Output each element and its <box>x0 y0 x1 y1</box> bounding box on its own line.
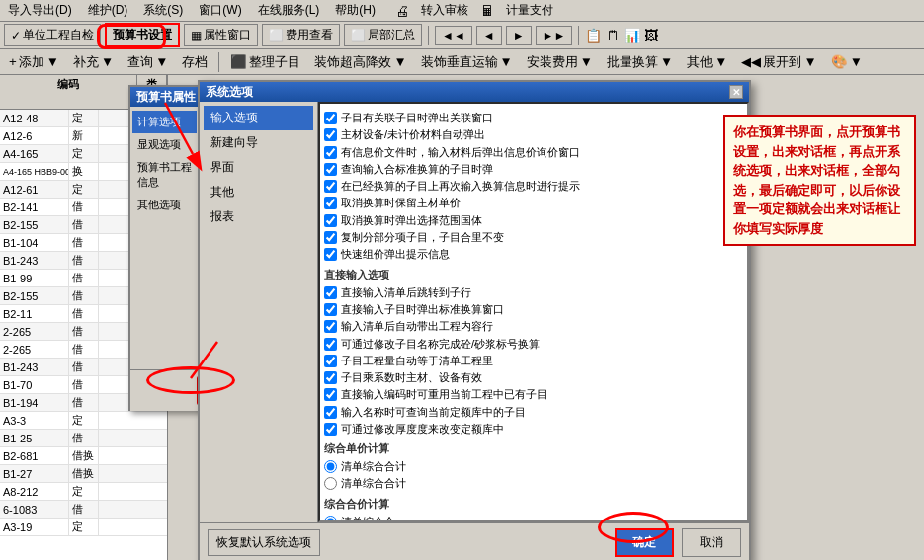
table-row[interactable]: B2-681借换 <box>0 447 167 465</box>
checkbox-item: 可通过修改子目名称完成砼/砂浆标号换算 <box>324 337 743 351</box>
checkbox-item: 主材设备/未计价材料自动弹出 <box>324 127 743 141</box>
menu-bar: 导入导出(D) 维护(D) 系统(S) 窗口(W) 在线服务(L) 帮助(H) … <box>0 0 924 22</box>
btn-batch-convert[interactable]: 批量换算 ▼ <box>602 51 678 73</box>
btn-nav-prev[interactable]: ◄ <box>476 26 502 45</box>
chk-cancel-conv-popup[interactable] <box>324 214 337 227</box>
budgetprop-left-item-info[interactable]: 预算书工程信息 <box>132 156 197 194</box>
menu-item-audit[interactable]: 转入审核 <box>417 1 472 20</box>
radio-unit-list-simple[interactable] <box>324 477 337 490</box>
budgetprop-left-item-display[interactable]: 显观选项 <box>132 133 197 156</box>
btn-propwindow[interactable]: ▦ 属性窗口 <box>184 24 258 46</box>
btn-add[interactable]: + 添加 ▼ <box>4 51 64 73</box>
sysopts-left-ui[interactable]: 界面 <box>204 155 313 180</box>
chk-subitem-equal-list[interactable] <box>324 355 337 367</box>
budgetprop-left-item-calc[interactable]: 计算选项 <box>132 111 197 133</box>
feeview-icon: ⬜ <box>269 29 284 42</box>
checkbox-item: 取消换算时保留主材单价 <box>324 196 743 209</box>
chk-reuse-subitem[interactable] <box>324 388 337 401</box>
chk-query-standard[interactable] <box>324 163 337 176</box>
radio-unit-list-comp[interactable] <box>324 460 337 473</box>
expand-icon: ◀◀ <box>741 54 761 69</box>
menu-item-window[interactable]: 窗口(W) <box>195 1 245 20</box>
chk-quick-price-tip[interactable] <box>324 248 337 261</box>
chk-query-db[interactable] <box>324 406 337 419</box>
menu-item-online[interactable]: 在线服务(L) <box>254 1 324 20</box>
btn-cancel[interactable]: 取消 <box>682 528 741 557</box>
btn-reset-sysopts[interactable]: 恢复默认系统选项 <box>208 529 320 556</box>
radio-total-1: 清单综合合 <box>324 515 743 522</box>
table-row[interactable]: A3-3定 <box>0 412 167 430</box>
btn-nav-next[interactable]: ► <box>506 26 532 45</box>
expand-dropdown-icon: ▼ <box>803 54 816 69</box>
chk-keep-main-price[interactable] <box>324 197 337 209</box>
checkbox-item: 有信息价文件时，输入材料后弹出信息价询价窗口 <box>324 145 743 159</box>
btn-selfcheck[interactable]: ✓ 单位工程自检 <box>4 24 101 46</box>
format-icon2: 🗒 <box>606 28 620 43</box>
checkbox-item: 可通过修改厚度度来改变定额库中 <box>324 422 743 436</box>
main-content: 编码 类别 A12-48定 A12-6新 A4-165定 A4-165 HBB9… <box>0 75 924 560</box>
btn-deco-highrise[interactable]: 装饰超高降效 ▼ <box>309 51 411 73</box>
btn-supplement[interactable]: 补充 ▼ <box>68 51 119 73</box>
btn-others[interactable]: 其他 ▼ <box>682 51 732 73</box>
chk-multiply-coeff[interactable] <box>324 371 337 384</box>
radio-total-list-1[interactable] <box>324 516 337 522</box>
checkbox-item: 复制分部分项子目，子目合里不变 <box>324 230 743 244</box>
chk-recalc-warn[interactable] <box>324 180 337 193</box>
table-row[interactable]: B1-25借 <box>0 430 167 447</box>
menu-item-payment[interactable]: 计量支付 <box>502 1 557 20</box>
checkbox-item: 输入名称时可查询当前定额库中的子目 <box>324 405 743 419</box>
checkbox-item: 直接输入编码时可重用当前工程中已有子目 <box>324 387 743 401</box>
chk-jump-subrow[interactable] <box>324 286 337 299</box>
btn-budgetsetting[interactable]: 预算书设置 <box>105 23 180 47</box>
toolbar2: + 添加 ▼ 补充 ▼ 查询 ▼ 存档 ⬛ 整理子目 装饰超高降效 ▼ 装饰垂直… <box>0 49 924 75</box>
chk-popup-standard-conv[interactable] <box>324 303 337 316</box>
annotation-box: 你在预算书界面，点开预算书设置，出来对话框，再点开系统选项，出来对话框，全部勾选… <box>723 115 916 246</box>
chk-related-subitem[interactable] <box>324 112 337 124</box>
btn-deco-vertical[interactable]: 装饰垂直运输 ▼ <box>416 51 518 73</box>
btn-nav-first[interactable]: ◄◄ <box>435 26 472 45</box>
prop-icon: ▦ <box>191 29 202 42</box>
btn-feeview[interactable]: ⬜ 费用查看 <box>262 24 340 46</box>
chk-main-material[interactable] <box>324 128 337 141</box>
sysopts-left: 输入选项 新建向导 界面 其他 报表 <box>200 102 318 522</box>
chk-copy-subitem[interactable] <box>324 231 337 244</box>
chk-modify-thickness[interactable] <box>324 423 337 436</box>
table-row[interactable]: A8-212定 <box>0 483 167 501</box>
menu-item-help[interactable]: 帮助(H) <box>331 1 379 20</box>
btn-query[interactable]: 查询 ▼ <box>123 51 173 73</box>
summary-icon: ⬜ <box>351 29 366 42</box>
table-row[interactable]: 6-1083借 <box>0 501 167 519</box>
table-row[interactable]: B1-27借换 <box>0 465 167 483</box>
budgetprop-left-item-other[interactable]: 其他选项 <box>132 194 197 216</box>
checkbox-item: 快速组价弹出提示信息 <box>324 247 743 261</box>
section-direct-input: 直接输入选项 <box>324 268 743 282</box>
selfcheck-icon: ✓ <box>11 29 21 42</box>
chk-modify-grade[interactable] <box>324 338 337 351</box>
checkbox-item: 子目工程量自动等于清单工程里 <box>324 354 743 367</box>
btn-localsummary[interactable]: ⬜ 局部汇总 <box>344 24 422 46</box>
sysopts-left-other[interactable]: 其他 <box>204 180 313 204</box>
btn-ok[interactable]: 确定 <box>615 528 674 557</box>
chk-price-info[interactable] <box>324 146 337 159</box>
btn-nav-last[interactable]: ►► <box>536 26 573 45</box>
color-dropdown-icon: ▼ <box>850 54 863 69</box>
sysopts-left-report[interactable]: 报表 <box>204 204 313 229</box>
dialog-sysopts-close[interactable]: ✕ <box>729 85 743 99</box>
sysopts-left-newguide[interactable]: 新建向导 <box>204 130 313 155</box>
format-icon3: 📊 <box>624 28 640 43</box>
btn-color[interactable]: 🎨 ▼ <box>826 52 868 71</box>
btn-arrange[interactable]: ⬛ 整理子目 <box>225 51 305 73</box>
menu-item-system[interactable]: 系统(S) <box>139 1 187 20</box>
menu-item-import[interactable]: 导入导出(D) <box>4 1 76 20</box>
chk-auto-content[interactable] <box>324 320 337 333</box>
btn-expand[interactable]: ◀◀ 展开到 ▼ <box>736 51 821 73</box>
arrange-icon: ⬛ <box>230 54 247 69</box>
btn-archive[interactable]: 存档 <box>177 51 212 73</box>
checkbox-item: 子目有关联子目时弹出关联窗口 <box>324 111 743 124</box>
btn-install-fee[interactable]: 安装费用 ▼ <box>522 51 598 73</box>
sysopts-left-input[interactable]: 输入选项 <box>204 106 313 130</box>
radio-unit-1: 清单综合合计 <box>324 459 743 474</box>
table-row[interactable]: A3-19定 <box>0 519 167 536</box>
menu-item-maintain[interactable]: 维护(D) <box>84 1 132 20</box>
color-icon: 🎨 <box>831 54 848 69</box>
